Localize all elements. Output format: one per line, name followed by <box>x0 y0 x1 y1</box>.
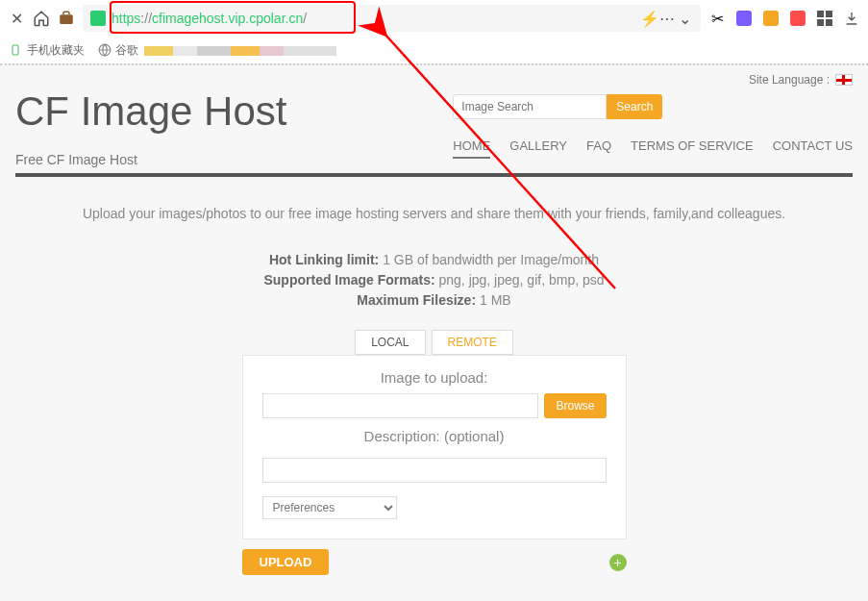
bookmarks-bar: 手机收藏夹 谷歌 <box>0 37 868 63</box>
description-input[interactable] <box>262 458 607 483</box>
home-icon[interactable] <box>33 10 50 27</box>
more-icon[interactable]: ⋯ <box>658 10 676 27</box>
shield-icon[interactable] <box>762 10 780 27</box>
bookmark-label: 谷歌 <box>115 42 138 59</box>
nav-faq[interactable]: FAQ <box>586 138 611 159</box>
lock-icon <box>90 11 106 26</box>
flag-icon[interactable] <box>835 74 853 86</box>
apps-icon[interactable] <box>816 10 833 27</box>
tab-local[interactable]: LOCAL <box>355 330 425 355</box>
page-content: Site Language : CF Image Host Free CF Im… <box>0 63 868 601</box>
close-icon[interactable]: ✕ <box>8 10 25 27</box>
hot-linking-value: 1 GB of bandwidth per Image/month <box>379 252 599 267</box>
main-nav: HOME GALLERY FAQ TERMS OF SERVICE CONTAC… <box>453 138 853 159</box>
upload-action-row: UPLOAD + <box>242 549 627 575</box>
mobile-icon <box>10 43 23 57</box>
briefcase-icon[interactable] <box>58 10 75 27</box>
nav-tos[interactable]: TERMS OF SERVICE <box>631 138 754 159</box>
preferences-select[interactable]: Preferences <box>262 496 397 519</box>
game-icon[interactable] <box>789 10 806 27</box>
nav-home[interactable]: HOME <box>453 138 490 159</box>
bookmark-mobile[interactable]: 手机收藏夹 <box>10 42 85 59</box>
formats-label: Supported Image Formats: <box>263 272 434 288</box>
chevron-down-icon[interactable]: ⌄ <box>676 10 693 27</box>
image-upload-label: Image to upload: <box>262 369 607 386</box>
info-block: Hot Linking limit: 1 GB of bandwidth per… <box>15 250 853 311</box>
nav-gallery[interactable]: GALLERY <box>509 138 567 159</box>
address-bar[interactable]: https://https://cfimagehost.vip.cpolar.c… <box>83 5 701 32</box>
file-input[interactable] <box>262 393 539 418</box>
max-filesize-value: 1 MB <box>476 292 511 308</box>
page-subtitle: Free CF Image Host <box>15 152 286 167</box>
download-icon[interactable] <box>843 10 860 27</box>
svg-rect-0 <box>60 14 73 24</box>
max-filesize-label: Maximum Filesize: <box>357 292 476 308</box>
scissors-icon[interactable]: ✂ <box>708 10 726 27</box>
upload-tabs: LOCAL REMOTE <box>15 330 853 355</box>
tab-remote[interactable]: REMOTE <box>432 330 513 355</box>
search-button[interactable]: Search <box>607 94 662 119</box>
toolbar-right: ✂ <box>708 10 860 27</box>
site-language-label: Site Language : <box>749 73 830 87</box>
nav-contact[interactable]: CONTACT US <box>773 138 853 159</box>
globe-icon <box>98 43 112 57</box>
url-text: https://https://cfimagehost.vip.cpolar.c… <box>112 11 307 26</box>
color-strip-decoration <box>144 46 336 56</box>
page-title: CF Image Host <box>15 88 286 135</box>
formats-value: png, jpg, jpeg, gif, bmp, psd <box>435 272 605 288</box>
language-row: Site Language : <box>15 65 853 87</box>
svg-rect-1 <box>12 45 18 55</box>
tagline: Upload your images/photos to our free im… <box>15 206 853 221</box>
add-icon[interactable]: + <box>609 554 627 571</box>
browse-button[interactable]: Browse <box>544 393 606 418</box>
lightning-icon[interactable]: ⚡ <box>641 10 658 27</box>
search-box: Search <box>453 94 853 119</box>
header-divider <box>15 173 853 177</box>
bookmark-label: 手机收藏夹 <box>27 42 85 59</box>
description-label: Description: (optional) <box>262 428 607 444</box>
hot-linking-label: Hot Linking limit: <box>269 252 379 267</box>
browser-toolbar: ✕ https://https://cfimagehost.vip.cpolar… <box>0 0 868 37</box>
upload-panel: Image to upload: Browse Description: (op… <box>242 355 627 539</box>
translate-icon[interactable] <box>735 10 753 27</box>
bookmark-google[interactable]: 谷歌 <box>98 42 138 59</box>
search-input[interactable] <box>453 94 607 119</box>
upload-button[interactable]: UPLOAD <box>242 549 330 575</box>
